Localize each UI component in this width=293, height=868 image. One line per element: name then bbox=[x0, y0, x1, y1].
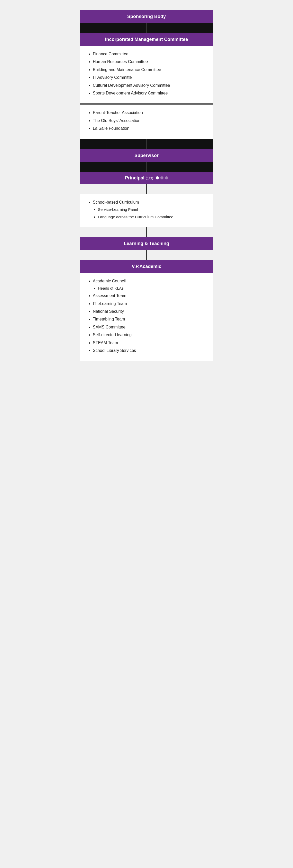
principal-box: Principal (1/3) bbox=[80, 172, 213, 184]
connector-v1 bbox=[146, 184, 147, 194]
list-item: STEAM Team bbox=[93, 340, 205, 346]
vp-academic-list: Academic Council Heads of KLAs Assessmen… bbox=[88, 278, 205, 354]
list-item: Assessment Team bbox=[93, 293, 205, 299]
list-item: Self-directed learning bbox=[93, 332, 205, 338]
list-item: Language across the Curriculum Committee bbox=[98, 214, 205, 220]
vp-academic-sub-list: Heads of KLAs bbox=[93, 285, 205, 291]
curriculum-section: School-based Curriculum Service-Learning… bbox=[80, 194, 213, 227]
principal-label: Principal (1/3) bbox=[125, 175, 153, 181]
vp-academic-box: V.P.Academic bbox=[80, 260, 213, 273]
list-item: Finance Committee bbox=[93, 51, 205, 57]
list-item: School Library Services bbox=[93, 348, 205, 353]
list-item: La Salle Foundation bbox=[93, 126, 205, 131]
connector-v3 bbox=[146, 250, 147, 260]
vp-academic-section: Academic Council Heads of KLAs Assessmen… bbox=[80, 273, 213, 361]
list-item: Service-Learning Panel bbox=[98, 207, 205, 212]
list-item: School-based Curriculum Service-Learning… bbox=[93, 199, 205, 220]
supervisor-box: Supervisor bbox=[80, 149, 213, 162]
list-item: Parent-Teacher Association bbox=[93, 110, 205, 116]
imc-label: Incorporated Management Committee bbox=[105, 37, 188, 42]
vp-academic-label: V.P.Academic bbox=[132, 264, 161, 269]
supervisor-label: Supervisor bbox=[135, 153, 158, 158]
list-item: The Old Boys' Association bbox=[93, 118, 205, 124]
dot-1 bbox=[156, 176, 159, 179]
learning-teaching-label: Learning & Teaching bbox=[124, 241, 169, 246]
list-item: Human Resources Committee bbox=[93, 59, 205, 65]
associations-list: Parent-Teacher Association The Old Boys'… bbox=[88, 110, 205, 131]
sponsoring-body-label: Sponsoring Body bbox=[127, 14, 166, 19]
curriculum-list: School-based Curriculum Service-Learning… bbox=[88, 199, 205, 220]
list-item: SAMS Committee bbox=[93, 324, 205, 330]
list-item: Building and Maintenance Committee bbox=[93, 67, 205, 72]
imc-committees-section: Finance Committee Human Resources Commit… bbox=[80, 46, 213, 103]
list-item: Timetabling Team bbox=[93, 316, 205, 322]
list-item: IT Advisory Committe bbox=[93, 75, 205, 80]
list-item: Cultural Development Advisory Committee bbox=[93, 83, 205, 88]
list-item: IT eLearning Team bbox=[93, 301, 205, 307]
imc-committees-list: Finance Committee Human Resources Commit… bbox=[88, 51, 205, 96]
list-item: Heads of KLAs bbox=[98, 285, 205, 291]
list-item: Sports Development Advisory Committee bbox=[93, 90, 205, 96]
curriculum-sub-list: Service-Learning Panel Language across t… bbox=[93, 207, 205, 220]
dot-2 bbox=[160, 176, 163, 179]
connector-v2 bbox=[146, 227, 147, 237]
imc-box: Incorporated Management Committee bbox=[80, 33, 213, 46]
dot-3 bbox=[165, 176, 168, 179]
pagination-dots bbox=[156, 176, 168, 179]
sponsoring-body-box: Sponsoring Body bbox=[80, 10, 213, 23]
learning-teaching-box: Learning & Teaching bbox=[80, 237, 213, 250]
associations-section: Parent-Teacher Association The Old Boys'… bbox=[80, 104, 213, 139]
list-item: National Security bbox=[93, 309, 205, 314]
org-chart: Sponsoring Body Incorporated Management … bbox=[80, 10, 213, 369]
list-item: Academic Council Heads of KLAs bbox=[93, 278, 205, 291]
